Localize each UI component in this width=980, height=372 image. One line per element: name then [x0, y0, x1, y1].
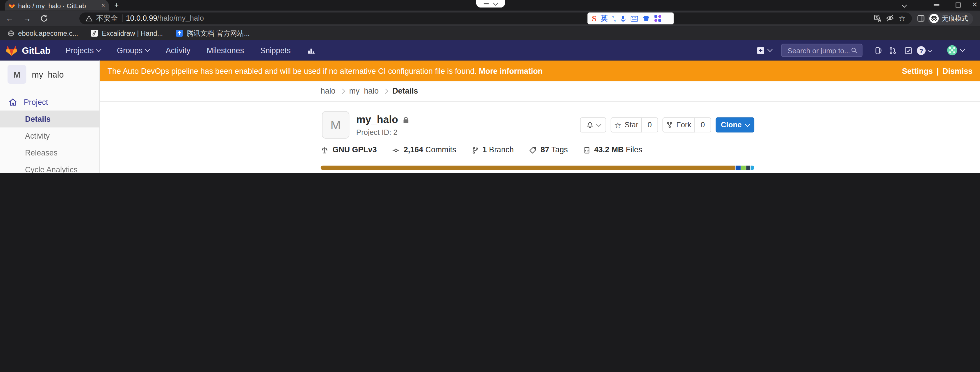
url-host: 10.0.0.99 — [126, 14, 158, 22]
sogou-logo: S — [592, 13, 597, 23]
ime-grid-icon[interactable] — [655, 15, 662, 22]
license-scale-icon — [321, 146, 329, 154]
excalidraw-icon — [91, 29, 98, 37]
bookmark-item[interactable]: ebook.apecome.c... — [8, 29, 78, 37]
bookmark-label: Excalidraw | Hand... — [102, 29, 163, 37]
nav-snippets[interactable]: Snippets — [260, 46, 291, 55]
address-bar[interactable]: 不安全 10.0.0.99/halo/my_halo ☆ — [80, 12, 912, 24]
project-id: Project ID: 2 — [356, 128, 398, 137]
new-tab-button[interactable]: + — [114, 1, 119, 9]
chevron-down-icon — [145, 47, 150, 52]
nav-groups[interactable]: Groups — [117, 46, 150, 55]
language-segment — [751, 166, 754, 170]
ime-keyboard-icon[interactable] — [631, 15, 638, 22]
user-menu[interactable] — [947, 45, 964, 56]
not-secure-warning-icon — [86, 15, 92, 22]
more-information-link[interactable]: More information — [479, 67, 542, 75]
nav-milestones[interactable]: Milestones — [207, 46, 244, 55]
bookmark-label: 腾讯文档-官方网站... — [187, 29, 250, 38]
global-search[interactable] — [781, 44, 862, 57]
translate-icon[interactable] — [874, 14, 882, 22]
breadcrumb-row: halo my_halo Details — [100, 81, 980, 102]
breadcrumb-project-link[interactable]: my_halo — [349, 87, 379, 95]
split-screen-icon[interactable] — [917, 14, 925, 22]
star-count[interactable]: 0 — [642, 118, 658, 132]
bell-icon — [586, 121, 593, 129]
ime-skin-icon[interactable] — [643, 15, 650, 22]
ime-lang-label[interactable]: 英 — [601, 14, 608, 23]
merge-request-icon[interactable] — [889, 46, 897, 55]
chart-icon[interactable] — [307, 46, 315, 55]
fork-count[interactable]: 0 — [695, 118, 711, 132]
share-control-pill[interactable] — [476, 0, 505, 8]
sidebar-item-releases[interactable]: Releases — [0, 144, 100, 161]
files-stat[interactable]: 43.2 MB Files — [583, 146, 642, 154]
global-search-input[interactable] — [786, 46, 851, 55]
tencent-docs-icon — [175, 29, 183, 37]
incognito-icon — [929, 14, 939, 23]
bookmark-item[interactable]: Excalidraw | Hand... — [91, 29, 163, 37]
banner-settings-link[interactable]: Settings — [902, 67, 933, 75]
new-menu-button[interactable] — [756, 46, 772, 55]
back-button[interactable]: ← — [6, 11, 14, 27]
window-minimize-icon[interactable] — [934, 4, 939, 5]
brand-name[interactable]: GitLab — [22, 45, 51, 55]
share-minimize-icon[interactable] — [484, 3, 488, 4]
nav-activity[interactable]: Activity — [166, 46, 191, 55]
screen: halo / my_halo · GitLab × + ✕ ← → 不安全 10… — [0, 0, 980, 173]
tags-stat[interactable]: 87 Tags — [529, 146, 568, 154]
banner-message: The Auto DevOps pipeline has been enable… — [108, 67, 542, 75]
fork-button-group: Fork 0 — [662, 118, 711, 132]
branch-icon — [471, 146, 479, 154]
sidebar-item-details[interactable]: Details — [0, 110, 100, 127]
sidebar-project-header[interactable]: M my_halo — [0, 65, 64, 84]
bookmark-star-icon[interactable]: ☆ — [898, 14, 905, 22]
breadcrumb-current: Details — [392, 87, 418, 95]
browser-tab[interactable]: halo / my_halo · GitLab × — [5, 0, 109, 11]
eye-off-icon[interactable] — [886, 14, 894, 22]
window-close-icon[interactable]: ✕ — [972, 1, 978, 9]
gitlab-favicon — [9, 2, 15, 8]
window-maximize-icon[interactable] — [956, 3, 961, 8]
ime-mic-icon[interactable] — [620, 15, 626, 22]
gitlab-navbar: GitLab Projects Groups Activity Mileston… — [0, 40, 980, 61]
breadcrumb-group-link[interactable]: halo — [321, 87, 336, 95]
banner-dismiss-link[interactable]: Dismiss — [942, 67, 972, 75]
license-stat[interactable]: GNU GPLv3 — [321, 146, 377, 154]
clone-button[interactable]: Clone — [716, 118, 754, 132]
sidebar-item-activity[interactable]: Activity — [0, 127, 100, 144]
browser-toolbar: ← → 不安全 10.0.0.99/halo/my_halo ☆ S 英 ’, — [0, 11, 980, 27]
chevron-right-icon — [383, 89, 388, 94]
fork-button[interactable]: Fork — [662, 118, 695, 132]
files-icon — [583, 146, 590, 154]
bookmark-item[interactable]: 腾讯文档-官方网站... — [175, 29, 250, 38]
help-menu[interactable]: ? — [917, 46, 932, 55]
tag-icon — [529, 146, 537, 154]
gitlab-logo[interactable] — [6, 45, 18, 56]
issues-icon[interactable] — [874, 46, 882, 55]
reload-icon[interactable] — [40, 14, 48, 22]
forward-button[interactable]: → — [23, 11, 32, 27]
nav-projects[interactable]: Projects — [65, 46, 100, 55]
todos-icon[interactable] — [904, 46, 913, 55]
incognito-badge: 无痕模式 — [928, 12, 973, 25]
fork-icon — [666, 121, 673, 129]
notification-button[interactable] — [580, 118, 606, 132]
sidebar-project-name: my_halo — [32, 70, 64, 79]
star-button[interactable]: ☆ Star — [611, 118, 642, 132]
sidebar-item-cycle-analytics[interactable]: Cycle Analytics — [0, 161, 100, 173]
url-path: /halo/my_halo — [158, 14, 204, 22]
banner-divider: | — [937, 67, 939, 75]
chevron-down-icon — [596, 121, 601, 126]
project-title: my_halo — [356, 114, 398, 126]
branches-stat[interactable]: 1 Branch — [471, 146, 514, 154]
project-avatar-small: M — [8, 65, 26, 84]
language-bar[interactable] — [321, 166, 755, 170]
tab-close-icon[interactable]: × — [102, 2, 105, 9]
window-menu-chevron[interactable] — [902, 2, 907, 8]
ime-toolbar[interactable]: S 英 ’, — [587, 13, 674, 24]
sidebar-item-project[interactable]: Project — [0, 94, 100, 110]
share-chevron-icon[interactable] — [493, 1, 498, 6]
commits-stat[interactable]: 2,164 Commits — [392, 146, 456, 154]
ime-punctuation-icon[interactable]: ’, — [612, 15, 616, 22]
